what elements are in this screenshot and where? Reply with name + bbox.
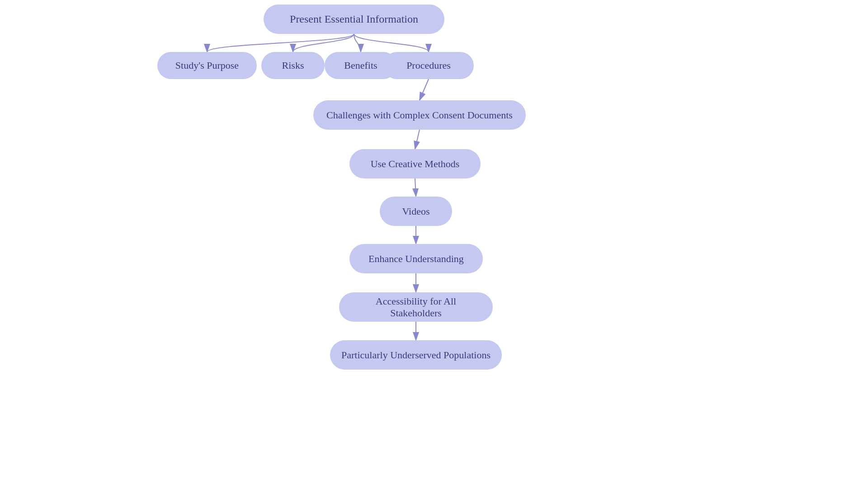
node-challenges-complex-consent: Challenges with Complex Consent Document… (313, 100, 526, 130)
node-videos: Videos (380, 197, 452, 226)
node-present-essential-information: Present Essential Information (264, 5, 444, 34)
diagram-container: Present Essential Information Study's Pu… (0, 0, 868, 488)
nodes-layer: Present Essential Information Study's Pu… (0, 0, 868, 488)
node-procedures: Procedures (383, 52, 474, 79)
node-underserved-populations: Particularly Underserved Populations (330, 340, 502, 370)
node-use-creative-methods: Use Creative Methods (349, 149, 481, 178)
node-accessibility-stakeholders: Accessibility for All Stakeholders (339, 292, 493, 322)
node-risks: Risks (261, 52, 325, 79)
node-enhance-understanding: Enhance Understanding (349, 244, 483, 273)
node-studys-purpose: Study's Purpose (157, 52, 257, 79)
